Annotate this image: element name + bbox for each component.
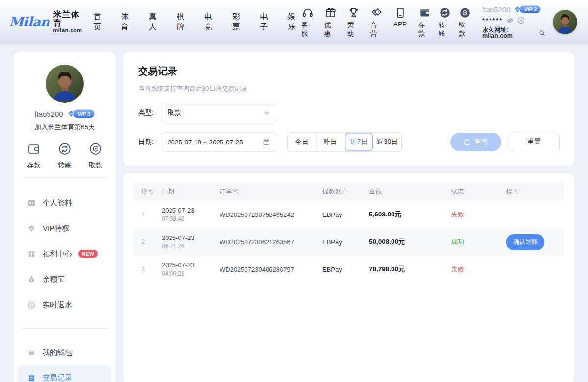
sidebar-item-profile[interactable]: 个人资料 [18,190,111,215]
row-account: EBPay [322,239,369,246]
gift-icon [27,249,36,259]
row-date-day: 2025-07-23 [162,262,220,269]
confirm-receipt-button[interactable]: 确认到账 [506,234,544,250]
reset-button[interactable]: 重置 [509,133,560,151]
range-7days-button[interactable]: 近7日 [344,133,373,151]
profile-avatar[interactable] [46,65,84,103]
profile-username: ltao5200 [35,110,63,118]
tags-icon [370,6,383,19]
range-today-button[interactable]: 今日 [288,133,316,151]
page-title: 交易记录 [138,65,560,78]
magnifier-icon[interactable] [539,29,546,37]
range-yesterday-button[interactable]: 昨日 [316,133,344,151]
sidebar-deposit-label: 存款 [27,161,41,170]
headset-icon [301,6,314,19]
masked-balance: ****** [482,17,503,24]
trophy-icon [347,6,360,19]
sidebar-item-yuebao[interactable]: 余额宝 [18,266,111,292]
table-header: 序号 日期 订单号 提款账户 金额 状态 操作 [133,182,564,201]
rebate-icon [27,300,36,310]
sidebar: ltao5200 VIP 3 加入米兰体育第65天 存款 转账 取款 [14,52,116,382]
vip-diamond-icon [67,109,75,118]
row-account: EBPay [322,266,369,273]
join-days-text: 加入米兰体育第65天 [34,123,95,132]
user-avatar[interactable] [553,10,577,34]
sidebar-divider [22,179,108,179]
nav-lottery[interactable]: 彩票 [232,12,246,32]
nav-slots[interactable]: 电子 [260,12,274,32]
date-range-input[interactable]: 2025-07-19 ~ 2025-07-25 [161,132,277,152]
row-status: 失败 [451,265,506,274]
main-nav: 首页 体育 真人 棋牌 电竞 彩票 电子 娱乐 [93,12,301,32]
row-date: 2025-07-23 04:06:28 [162,262,220,277]
promo-label: 优惠 [324,21,337,38]
table-row: 1 2025-07-23 07:58:46 WD2025072307584652… [133,201,564,228]
row-date-day: 2025-07-23 [162,207,220,214]
partner-action[interactable]: 合营 [370,6,383,38]
header-wallet-actions: 存款 转账 取款 [418,6,471,38]
row-action-cell: 确认到账 [506,234,564,250]
row-amount: 78,798.00元 [369,265,451,274]
gift-icon [324,6,337,19]
withdraw-icon [459,6,471,19]
deposit-label: 存款 [418,21,431,38]
username: ltao5200 [482,6,511,13]
row-date: 2025-07-23 07:58:46 [162,207,220,222]
row-date: 2025-07-23 06:21:26 [162,234,220,250]
row-amount: 50,008.00元 [369,238,451,246]
range-30days-button[interactable]: 近30日 [373,133,401,151]
query-button[interactable]: 查询 [450,133,501,151]
nav-home[interactable]: 首页 [93,12,107,32]
sidebar-item-label: 余额宝 [43,275,65,284]
deposit-action[interactable]: 存款 [418,6,431,38]
id-card-icon [27,198,36,208]
row-index: 2 [141,239,162,245]
records-table-panel: 序号 日期 订单号 提款账户 金额 状态 操作 1 2025-07-23 07:… [123,173,574,382]
promo-action[interactable]: 优惠 [324,6,337,38]
nav-live[interactable]: 真人 [149,12,163,32]
vip-badge: VIP 3 [514,5,541,14]
row-account: EBPay [322,211,369,218]
profile-vip-badge: VIP 3 [67,109,95,118]
eye-off-icon[interactable] [506,16,514,24]
app-label: APP [393,21,407,28]
filter-panel: 交易记录 当前系统支持查询最近30日的交易记录 类型: 取款 日期: 2025-… [123,52,574,166]
row-order-no: WD202507230758465242 [220,211,322,218]
type-label: 类型: [138,108,161,117]
nav-esports[interactable]: 电竞 [204,12,218,32]
wallet-outline-icon [26,142,41,158]
service-action[interactable]: 客服 [301,6,314,38]
sidebar-item-welfare[interactable]: 福利中心 NEW [18,241,111,266]
row-order-no: WD202507230621263567 [220,239,322,246]
sidebar-item-transactions[interactable]: 交易记录 [18,365,111,382]
nav-sports[interactable]: 体育 [121,12,135,32]
type-select[interactable]: 取款 [161,103,277,122]
row-date-time: 07:58:46 [162,215,220,222]
sidebar-item-rebate[interactable]: 实时返水 [18,292,111,317]
withdraw-outline-icon [88,142,103,158]
chevron-down-icon [263,109,270,117]
col-order-no: 订单号 [220,187,322,196]
site-logo[interactable]: Milan 米兰体育 milan.com [9,10,82,33]
new-badge: NEW [78,250,98,258]
row-index: 3 [141,266,162,273]
app-action[interactable]: APP [393,6,407,38]
sidebar-menu-records: 我的钱包 交易记录 投注记录 [14,337,116,382]
chevron-circle-icon[interactable] [517,16,525,24]
transfer-action[interactable]: 转账 [439,6,451,38]
sidebar-item-vip[interactable]: VIP特权 [18,215,111,241]
nav-entertainment[interactable]: 娱乐 [288,12,301,32]
sidebar-withdraw-action[interactable]: 取款 [88,142,103,170]
row-order-no: WD202507230406280797 [220,266,322,273]
sidebar-transfer-action[interactable]: 转账 [57,142,72,170]
sidebar-deposit-action[interactable]: 存款 [26,142,41,170]
sidebar-item-wallet[interactable]: 我的钱包 [18,339,111,365]
nav-cards[interactable]: 棋牌 [176,12,190,32]
sponsor-action[interactable]: 赞助 [347,6,360,38]
withdraw-action[interactable]: 取款 [459,6,471,38]
logo-cn-name: 米兰体育 [53,10,83,28]
sidebar-item-label: 交易记录 [43,373,72,382]
sidebar-item-label: 实时返水 [43,300,72,310]
col-amount: 金额 [369,187,451,196]
date-label: 日期: [138,138,161,146]
